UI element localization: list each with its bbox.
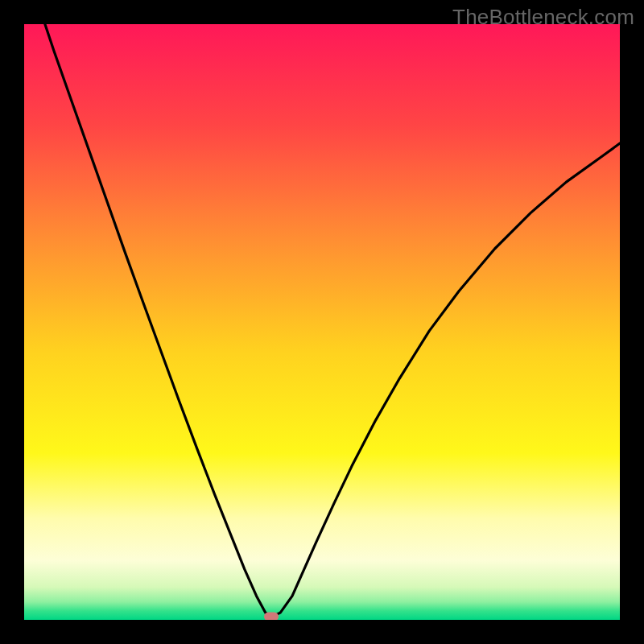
minimum-marker — [264, 613, 279, 620]
watermark-text: TheBottleneck.com — [452, 5, 634, 30]
curve-path — [45, 24, 620, 617]
plot-area — [24, 24, 620, 620]
curve-svg — [24, 24, 620, 620]
